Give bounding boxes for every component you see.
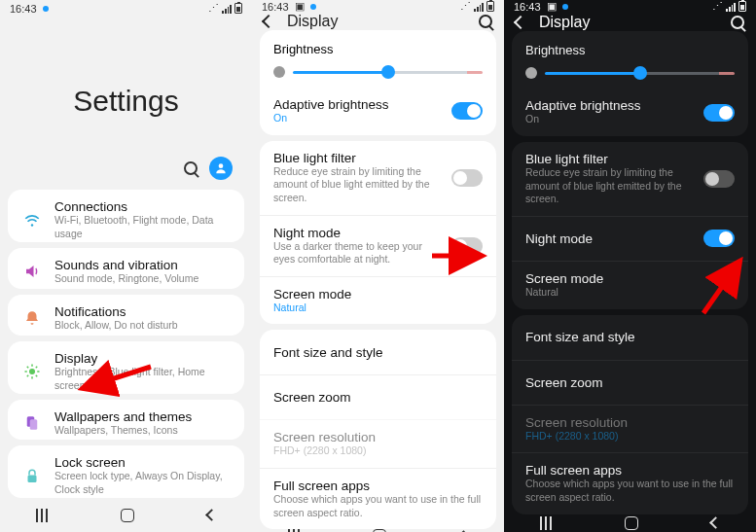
screen-settings: 16:43 ⋰ Settings ConnectionsWi-Fi, Bluet… — [0, 0, 252, 532]
svg-line-10 — [27, 375, 29, 377]
search-icon[interactable] — [184, 161, 198, 175]
item-sub: On — [525, 113, 692, 126]
signal-icon — [726, 2, 736, 12]
zoom-row[interactable]: Screen zoom — [260, 374, 496, 419]
sun-icon — [273, 66, 285, 78]
adaptive-brightness-row[interactable]: Adaptive brightnessOn — [260, 88, 496, 135]
status-time: 16:43 — [262, 1, 289, 13]
settings-item-connections[interactable]: ConnectionsWi-Fi, Bluetooth, Flight mode… — [8, 190, 244, 242]
item-sub: Sound mode, Ringtone, Volume — [54, 272, 231, 286]
page-title: Display — [539, 14, 717, 31]
item-label: Night mode — [525, 231, 692, 246]
battery-icon — [486, 1, 494, 12]
blue-light-toggle[interactable] — [451, 169, 483, 187]
back-icon[interactable] — [514, 16, 527, 29]
lock-icon — [21, 466, 43, 487]
settings-item-notifications[interactable]: NotificationsBlock, Allow, Do not distur… — [8, 295, 244, 336]
item-sub: FHD+ (2280 x 1080) — [273, 444, 483, 458]
night-mode-row[interactable]: Night modeUse a darker theme to keep you… — [260, 215, 496, 276]
screen-mode-row[interactable]: Screen modeNatural — [260, 276, 496, 325]
nav-bar — [504, 514, 756, 532]
font-row[interactable]: Font size and style — [260, 330, 496, 374]
resolution-row[interactable]: Screen resolutionFHD+ (2280 x 1080) — [512, 405, 748, 453]
resolution-row[interactable]: Screen resolutionFHD+ (2280 x 1080) — [260, 419, 496, 468]
item-sub: Screen lock type, Always On Display, Clo… — [54, 470, 231, 496]
sun-icon — [525, 67, 537, 79]
night-mode-toggle[interactable] — [703, 230, 735, 247]
nav-bar — [0, 498, 252, 532]
screen-mode-row[interactable]: Screen modeNatural — [512, 261, 748, 309]
item-sub: On — [273, 112, 440, 125]
status-bar: 16:43 ⋰ — [0, 0, 252, 17]
item-label: Lock screen — [54, 455, 231, 470]
item-label: Blue light filter — [525, 152, 692, 166]
font-row[interactable]: Font size and style — [512, 315, 748, 360]
item-label: Sounds and vibration — [54, 258, 231, 272]
status-bar: 16:43 ▣ ⋰ — [504, 0, 756, 13]
nav-home-icon[interactable] — [625, 516, 638, 530]
settings-item-wallpapers[interactable]: Wallpapers and themesWallpapers, Themes,… — [8, 400, 244, 441]
adaptive-brightness-toggle[interactable] — [451, 102, 483, 120]
screen-display-light: 16:43 ▣ ⋰ Display Brightness Adaptive br… — [252, 0, 504, 532]
item-label: Font size and style — [273, 345, 483, 360]
signal-icon — [474, 2, 484, 12]
settings-item-sounds[interactable]: Sounds and vibrationSound mode, Ringtone… — [8, 248, 244, 289]
item-label: Full screen apps — [273, 479, 483, 493]
settings-item-lock[interactable]: Lock screenScreen lock type, Always On D… — [8, 445, 244, 498]
blue-light-toggle[interactable] — [703, 170, 735, 188]
nav-back-icon[interactable] — [709, 516, 722, 529]
brightness-slider[interactable] — [260, 62, 496, 88]
status-time: 16:43 — [514, 1, 541, 13]
status-bar: 16:43 ▣ ⋰ — [252, 0, 504, 13]
night-mode-toggle[interactable] — [451, 237, 483, 255]
back-icon[interactable] — [262, 15, 275, 28]
screen-display-dark: 16:43 ▣ ⋰ Display Brightness Adaptive br… — [504, 0, 756, 532]
settings-item-display[interactable]: DisplayBrightness, Blue light filter, Ho… — [8, 341, 244, 394]
nav-recents-icon[interactable] — [36, 509, 48, 522]
svg-point-1 — [31, 224, 33, 226]
palette-icon — [21, 412, 43, 434]
signal-icon — [222, 4, 232, 14]
gallery-icon: ▣ — [547, 0, 557, 13]
item-label: Display — [54, 351, 231, 366]
wifi-icon: ⋰ — [208, 2, 219, 15]
item-sub: Reduce eye strain by limiting the amount… — [525, 166, 692, 206]
page-title: Display — [287, 13, 465, 30]
notification-dot-icon — [562, 4, 568, 10]
svg-line-9 — [36, 367, 38, 369]
zoom-row[interactable]: Screen zoom — [512, 360, 748, 405]
item-sub: Choose which apps you want to use in the… — [525, 478, 735, 504]
item-label: Notifications — [54, 304, 231, 319]
nav-back-icon[interactable] — [205, 509, 218, 521]
fullscreen-row[interactable]: Full screen appsChoose which apps you wa… — [512, 452, 748, 514]
blue-light-row[interactable]: Blue light filterReduce eye strain by li… — [260, 141, 496, 215]
svg-rect-12 — [30, 419, 38, 430]
item-sub: Brightness, Blue light filter, Home scre… — [54, 366, 231, 392]
brightness-title: Brightness — [512, 31, 748, 63]
nav-home-icon[interactable] — [121, 509, 134, 522]
item-label: Night mode — [273, 226, 440, 240]
search-icon[interactable] — [479, 15, 492, 28]
adaptive-brightness-row[interactable]: Adaptive brightnessOn — [512, 89, 748, 136]
nav-recents-icon[interactable] — [540, 516, 552, 530]
item-sub: Block, Allow, Do not disturb — [54, 319, 231, 333]
svg-point-0 — [219, 164, 224, 169]
item-label: Screen mode — [525, 271, 735, 286]
item-sub: FHD+ (2280 x 1080) — [525, 430, 735, 443]
item-sub: Wi-Fi, Bluetooth, Flight mode, Data usag… — [54, 214, 231, 240]
blue-light-row[interactable]: Blue light filterReduce eye strain by li… — [512, 142, 748, 216]
item-sub: Choose which apps you want to use in the… — [273, 493, 483, 519]
fullscreen-row[interactable]: Full screen appsChoose which apps you wa… — [260, 468, 496, 529]
item-label: Adaptive brightness — [525, 98, 692, 113]
brightness-slider[interactable] — [512, 63, 748, 89]
status-time: 16:43 — [10, 3, 37, 15]
item-label: Full screen apps — [525, 463, 735, 478]
adaptive-brightness-toggle[interactable] — [703, 104, 735, 122]
svg-rect-13 — [28, 475, 37, 482]
item-sub: Natural — [273, 301, 483, 315]
svg-point-2 — [29, 369, 35, 374]
night-mode-row[interactable]: Night mode — [512, 216, 748, 261]
search-icon[interactable] — [731, 16, 744, 29]
account-avatar-icon[interactable] — [209, 157, 233, 180]
item-label: Font size and style — [525, 330, 735, 344]
